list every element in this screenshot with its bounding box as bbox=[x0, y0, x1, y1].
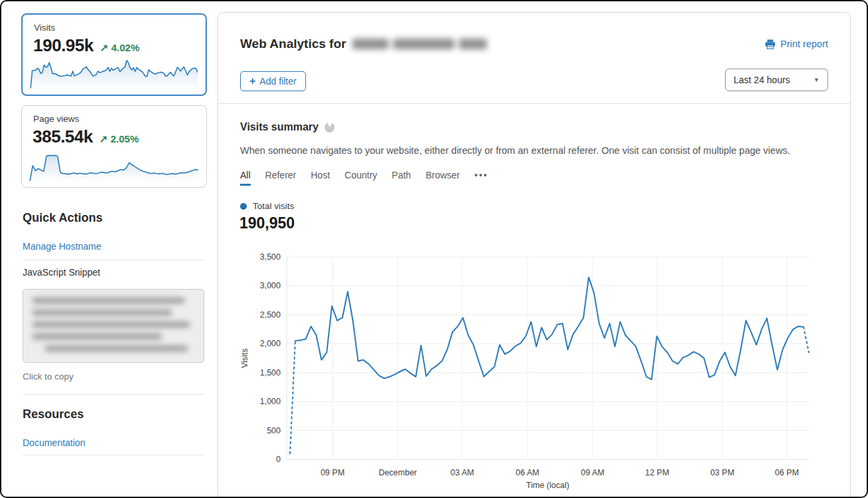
svg-text:3,000: 3,000 bbox=[260, 281, 281, 290]
total-visits-value: 190,950 bbox=[239, 214, 295, 232]
analytics-report-panel: Web Analytics for Print report + Add fil… bbox=[217, 12, 851, 498]
tab-host[interactable]: Host bbox=[311, 170, 330, 186]
svg-text:2,000: 2,000 bbox=[260, 339, 281, 348]
print-report-link[interactable]: Print report bbox=[765, 39, 828, 49]
tab-browser[interactable]: Browser bbox=[426, 170, 460, 186]
svg-text:09 AM: 09 AM bbox=[581, 468, 604, 477]
visits-card-value: 190.95k bbox=[33, 35, 93, 56]
svg-text:3,500: 3,500 bbox=[260, 252, 281, 262]
quick-actions-heading: Quick Actions bbox=[23, 211, 102, 225]
time-range-dropdown[interactable]: Last 24 hours ▼ bbox=[725, 69, 828, 91]
manage-hostname-link[interactable]: Manage Hostname bbox=[23, 241, 101, 252]
printer-icon bbox=[765, 39, 776, 49]
tab-path[interactable]: Path bbox=[392, 170, 411, 186]
svg-text:03 AM: 03 AM bbox=[450, 468, 474, 477]
svg-text:12 PM: 12 PM bbox=[645, 468, 669, 477]
up-arrow-icon: ↗ bbox=[99, 133, 108, 144]
summary-tabs: AllRefererHostCountryPathBrowser••• bbox=[240, 170, 488, 186]
page-views-stat-card[interactable]: Page views 385.54k ↗ 2.05% bbox=[21, 105, 207, 188]
documentation-link[interactable]: Documentation bbox=[23, 437, 85, 448]
svg-text:December: December bbox=[378, 468, 417, 477]
add-filter-button[interactable]: + Add filter bbox=[240, 71, 306, 91]
up-arrow-icon: ↗ bbox=[100, 42, 108, 53]
plus-icon: + bbox=[249, 76, 255, 87]
divider bbox=[23, 394, 204, 395]
visits-line-chart[interactable]: 05001,0001,5002,0002,5003,0003,50009 PMD… bbox=[239, 250, 811, 491]
page-views-sparkline-chart bbox=[29, 150, 200, 183]
click-to-copy-hint: Click to copy bbox=[23, 372, 74, 381]
svg-text:Visits: Visits bbox=[240, 348, 249, 368]
redacted-domain-name bbox=[353, 39, 487, 49]
visits-card-delta: ↗ 4.02% bbox=[100, 42, 139, 54]
tab-country[interactable]: Country bbox=[345, 170, 377, 186]
svg-text:09 PM: 09 PM bbox=[321, 468, 345, 477]
svg-text:06 AM: 06 AM bbox=[515, 468, 539, 477]
tab-referer[interactable]: Referer bbox=[265, 170, 297, 186]
page-views-card-value: 385.54k bbox=[33, 126, 92, 147]
javascript-snippet-label: JavaScript Snippet bbox=[23, 267, 100, 278]
total-visits-legend-label: Total visits bbox=[253, 201, 294, 211]
resources-heading: Resources bbox=[23, 407, 84, 421]
svg-text:1,500: 1,500 bbox=[260, 368, 281, 377]
page-views-card-label: Page views bbox=[33, 114, 79, 124]
javascript-snippet-box[interactable] bbox=[23, 289, 204, 363]
visits-summary-heading: Visits summary bbox=[240, 121, 319, 133]
svg-text:0: 0 bbox=[276, 455, 281, 464]
page-views-card-delta: ↗ 2.05% bbox=[99, 133, 138, 145]
divider bbox=[23, 260, 204, 260]
tab-all[interactable]: All bbox=[240, 170, 251, 186]
svg-text:06 PM: 06 PM bbox=[775, 468, 799, 477]
svg-text:1,000: 1,000 bbox=[260, 397, 281, 406]
pie-chart-icon bbox=[325, 123, 335, 132]
redacted-snippet-code bbox=[33, 298, 194, 352]
tab-more[interactable]: ••• bbox=[474, 170, 488, 186]
svg-text:03 PM: 03 PM bbox=[710, 468, 734, 477]
time-range-value: Last 24 hours bbox=[734, 75, 790, 85]
svg-text:500: 500 bbox=[267, 426, 281, 435]
svg-text:Time (local): Time (local) bbox=[526, 481, 569, 490]
visits-card-label: Visits bbox=[34, 23, 55, 33]
web-analytics-page: Visits 190.95k ↗ 4.02% Page views 385.54… bbox=[0, 0, 868, 498]
divider bbox=[23, 455, 204, 455]
total-visits-legend-dot bbox=[240, 203, 247, 210]
page-title: Web Analytics for bbox=[240, 37, 346, 51]
visits-summary-description: When someone navigates to your website, … bbox=[240, 145, 823, 156]
visits-sparkline-chart bbox=[29, 57, 199, 91]
visits-stat-card[interactable]: Visits 190.95k ↗ 4.02% bbox=[21, 13, 207, 96]
divider bbox=[218, 103, 850, 104]
svg-text:2,500: 2,500 bbox=[260, 310, 281, 320]
chevron-down-icon: ▼ bbox=[813, 77, 819, 83]
